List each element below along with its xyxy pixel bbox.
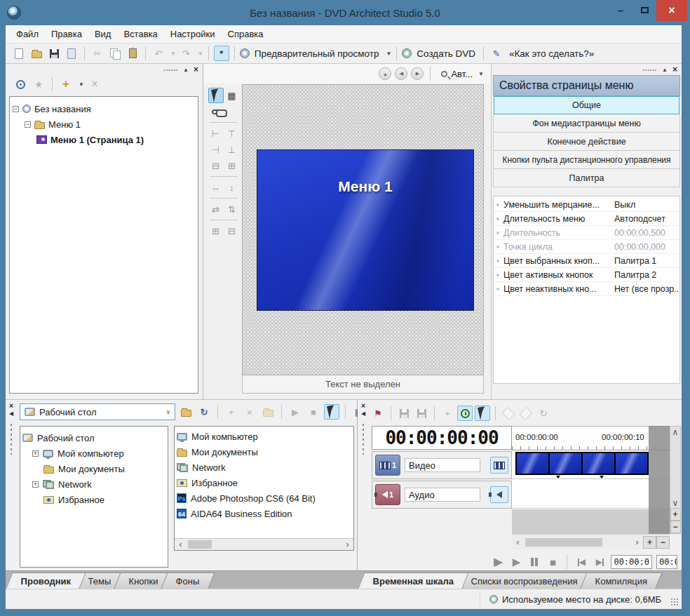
same-width-button[interactable]: ↔ — [208, 180, 224, 195]
panel-close-button[interactable]: × — [9, 402, 13, 409]
video-track-header[interactable]: 1 Видео — [372, 451, 512, 479]
scroll-thumb[interactable] — [525, 538, 602, 547]
audio-track-icon[interactable]: 1 — [375, 484, 400, 505]
menu-settings[interactable]: Настройки — [164, 25, 222, 43]
track-height-minus-button[interactable]: − — [670, 521, 681, 533]
file-item-aida64[interactable]: 64 AIDA64 Business Edition — [177, 506, 351, 521]
panel-collapse-button[interactable]: ▲ — [183, 67, 189, 73]
panel-close-button[interactable]: × — [194, 66, 198, 73]
snap-toggle-button[interactable]: * — [214, 46, 229, 61]
timeline-hscrollbar[interactable]: ‹ › + − — [512, 535, 670, 549]
tab-compilation[interactable]: Компиляция — [581, 573, 663, 589]
property-row[interactable]: Уменьшить мерцание... Выкл — [494, 198, 679, 212]
nav-up-button[interactable]: ▲ — [379, 67, 391, 80]
align-bottom-button[interactable]: ⊞ — [224, 158, 240, 173]
title-bar[interactable]: Без названия - DVD Architect Studio 5.0 … — [0, 0, 690, 25]
align-center-h-button[interactable]: ⊣ — [208, 142, 224, 157]
folder-view-button[interactable] — [260, 404, 276, 420]
loop-point-marker[interactable] — [600, 476, 604, 478]
panel-collapse-left-button[interactable]: ◀ — [9, 410, 13, 417]
paste-button[interactable] — [125, 46, 140, 61]
property-row[interactable]: Цвет выбранных кноп... Палитра 1 — [494, 254, 679, 268]
zoom-in-time-button[interactable] — [501, 406, 516, 421]
play-from-start-button[interactable]: ▶ — [491, 556, 505, 568]
timeline-ruler[interactable]: 00:00:00:00 00:00:00:10 — [512, 427, 670, 450]
props-tab-palette[interactable]: Палитра — [493, 169, 680, 187]
property-value[interactable]: Автоподсчет — [614, 214, 665, 224]
redo-dropdown[interactable]: ▼ — [198, 51, 203, 57]
new-folder-button[interactable]: + — [224, 404, 239, 420]
auto-preview-toggle[interactable] — [324, 404, 339, 420]
insert-object-dropdown[interactable]: ▼ — [79, 81, 84, 88]
tree-item-my-documents[interactable]: Мои документы — [43, 461, 165, 476]
nav-back-button[interactable]: ◀ — [395, 67, 407, 80]
pause-button[interactable] — [527, 558, 541, 566]
zoom-in-button[interactable]: + — [643, 536, 656, 549]
save-project-button[interactable] — [46, 46, 62, 61]
how-to-button[interactable]: «Как это сделать?» — [509, 48, 594, 59]
video-track-name[interactable]: Видео — [405, 458, 480, 472]
video-track-row[interactable] — [512, 451, 670, 479]
audio-track-row[interactable] — [512, 481, 670, 509]
panel-drag-grip[interactable] — [10, 422, 13, 455]
redo-button[interactable]: ↷ — [178, 46, 194, 61]
maximize-button[interactable] — [632, 0, 656, 20]
preview-dropdown[interactable]: ▼ — [386, 51, 391, 57]
property-value[interactable]: Палитра 2 — [614, 270, 656, 280]
zoom-out-time-button[interactable] — [518, 406, 534, 421]
property-value[interactable]: Нет (все прозр... — [614, 284, 679, 294]
menu-preview[interactable]: Меню 1 — [257, 149, 474, 311]
zoom-out-button[interactable]: − — [656, 536, 670, 549]
center-horizontal-button[interactable]: ⊞ — [208, 223, 224, 239]
tree-item-favorites[interactable]: Избранное — [43, 492, 165, 507]
timecode-display[interactable]: 00:00:00:00 — [372, 426, 512, 450]
tree-expand-icon[interactable]: + — [32, 481, 39, 488]
go-to-start-button[interactable]: ◀ — [574, 557, 588, 567]
transform-tool-button[interactable]: ▦ — [224, 88, 240, 103]
menu-title-text[interactable]: Меню 1 — [257, 178, 473, 195]
panel-collapse-left-button[interactable]: ◀ — [361, 410, 365, 417]
property-row[interactable]: Длительность меню Автоподсчет — [494, 212, 679, 226]
overview-button[interactable] — [13, 76, 28, 92]
selection-tool-button[interactable] — [208, 88, 224, 103]
button-style-button[interactable]: ★ — [31, 76, 46, 92]
stop-button[interactable]: ■ — [546, 556, 560, 568]
tree-collapse-icon[interactable]: − — [13, 106, 19, 112]
nav-forward-button[interactable]: ▶ — [411, 67, 424, 80]
delete-file-button[interactable]: × — [242, 404, 257, 420]
delete-object-button[interactable]: × — [87, 76, 102, 92]
scroll-down-button[interactable]: ∨ — [670, 497, 682, 508]
property-row[interactable]: Цвет неактивных кно... Нет (все прозр... — [494, 282, 679, 296]
menu-insert[interactable]: Вставка — [117, 25, 163, 43]
scroll-thumb[interactable] — [188, 540, 212, 549]
panel-close-button[interactable]: × — [672, 66, 677, 73]
cut-button[interactable]: ✂ — [90, 46, 105, 61]
tree-item-my-computer[interactable]: + Мой компьютер — [32, 446, 165, 461]
make-dvd-button[interactable]: Создать DVD — [417, 48, 475, 59]
copy-button[interactable] — [107, 46, 123, 61]
property-value[interactable]: Выкл — [614, 200, 635, 210]
zoom-control[interactable]: Авт... ▼ — [441, 69, 484, 79]
scroll-up-button[interactable]: ∧ — [670, 427, 682, 437]
align-left-button[interactable]: ⊢ — [208, 126, 224, 141]
tree-item-menu-page[interactable]: Меню 1 (Страница 1) — [36, 132, 195, 147]
file-item-my-documents[interactable]: Мои документы — [177, 444, 351, 460]
loop-playback-button[interactable]: ↻ — [536, 406, 551, 421]
panel-close-button[interactable]: × — [361, 402, 365, 409]
auto-ripple-toggle[interactable] — [457, 406, 473, 421]
snap-timeline-toggle[interactable] — [475, 406, 490, 421]
align-center-v-button[interactable]: ⊥ — [224, 142, 240, 157]
scroll-right-button[interactable]: › — [341, 539, 353, 550]
audio-track-header[interactable]: 1 Аудио — [372, 481, 512, 509]
scroll-right-button[interactable]: › — [631, 537, 643, 548]
props-tab-background[interactable]: Фон медиастраницы меню — [493, 114, 680, 133]
menu-file[interactable]: Файл — [10, 25, 45, 43]
export-markers-button[interactable] — [396, 406, 412, 421]
link-tool-button[interactable] — [208, 104, 224, 119]
location-dropdown[interactable]: Рабочий стол ∨ — [20, 403, 175, 420]
tree-item-menu-folder[interactable]: − Меню 1 — [25, 116, 195, 132]
tab-explorer[interactable]: Проводник — [6, 573, 86, 589]
audio-track-name[interactable]: Аудио — [405, 488, 480, 502]
preview-button[interactable]: Предварительный просмотр — [255, 48, 379, 59]
tree-collapse-icon[interactable]: − — [25, 121, 31, 128]
